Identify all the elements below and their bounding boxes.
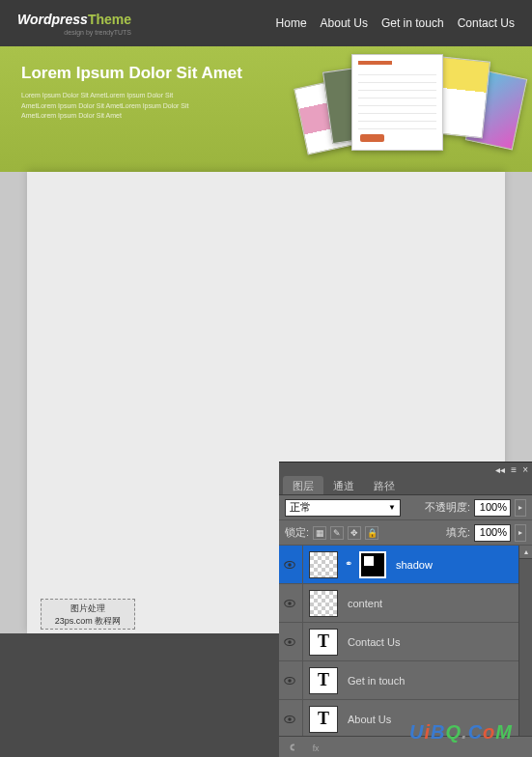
main-nav: Home About Us Get in touch Contact Us xyxy=(276,16,515,30)
layer-row[interactable]: ⚭shadow xyxy=(279,546,532,584)
hero-section: Lorem Ipsum Dolor Sit Amet Lorem Ipsum D… xyxy=(0,46,532,172)
lock-position-icon[interactable]: ✥ xyxy=(348,526,361,540)
fill-flyout-icon[interactable]: ▸ xyxy=(515,524,526,542)
layer-mask-thumbnail[interactable] xyxy=(359,551,386,578)
tab-channels[interactable]: 通道 xyxy=(323,476,364,494)
scroll-up-icon[interactable]: ▴ xyxy=(519,546,532,559)
layer-name[interactable]: content xyxy=(344,598,382,609)
lock-transparency-icon[interactable]: ▦ xyxy=(313,526,326,540)
layers-list: ▴ ⚭shadowcontentTContact UsTGet in touch… xyxy=(279,546,532,737)
blend-mode-select[interactable]: 正常 ▼ xyxy=(285,499,401,517)
lock-buttons: ▦ ✎ ✥ 🔒 xyxy=(313,526,378,540)
text-layer-thumbnail[interactable]: T xyxy=(309,667,338,694)
layer-row[interactable]: content xyxy=(279,584,532,623)
layer-style-icon[interactable]: fx xyxy=(310,741,323,754)
panel-tabs: 图层 通道 路径 xyxy=(279,476,532,495)
site-watermark: UiBQ.CoM xyxy=(409,721,513,743)
layer-thumbnail[interactable] xyxy=(309,590,338,617)
fill-label: 填充: xyxy=(446,525,470,540)
lock-all-icon[interactable]: 🔒 xyxy=(365,526,378,540)
layer-row[interactable]: TGet in touch xyxy=(279,661,532,700)
text-layer-thumbnail[interactable]: T xyxy=(309,629,338,656)
lock-label: 锁定: xyxy=(285,525,309,540)
layer-thumbnail[interactable] xyxy=(309,551,338,578)
photoshop-layers-panel: ◂◂ ≡ × 图层 通道 路径 正常 ▼ 不透明度: 100% ▸ 锁定: ▦ … xyxy=(279,462,532,757)
lock-fill-row: 锁定: ▦ ✎ ✥ 🔒 填充: 100% ▸ xyxy=(279,520,532,546)
stamp-line2: 23ps.com 教程网 xyxy=(44,615,131,628)
showcase-card-main xyxy=(351,54,443,151)
text-layer-thumbnail[interactable]: T xyxy=(309,706,338,733)
link-icon[interactable]: ⚭ xyxy=(344,558,353,572)
tab-paths[interactable]: 路径 xyxy=(364,476,405,494)
opacity-label: 不透明度: xyxy=(425,500,470,515)
visibility-toggle-icon[interactable] xyxy=(283,558,296,572)
tab-layers[interactable]: 图层 xyxy=(283,476,323,494)
panel-close-icon[interactable]: × xyxy=(522,464,528,475)
svg-text:fx: fx xyxy=(313,743,320,752)
opacity-flyout-icon[interactable]: ▸ xyxy=(515,499,526,517)
logo: WordpressTheme design by trendyTUTS xyxy=(17,11,131,36)
visibility-toggle-icon[interactable] xyxy=(283,597,296,610)
site-header: WordpressTheme design by trendyTUTS Home… xyxy=(0,0,532,46)
fill-input[interactable]: 100% xyxy=(474,524,511,542)
panel-menu-icon[interactable]: ≡ xyxy=(511,464,517,475)
link-layers-icon[interactable] xyxy=(287,741,300,754)
layer-row[interactable]: TContact Us xyxy=(279,623,532,661)
dropdown-icon: ▼ xyxy=(388,503,396,512)
logo-tagline: design by trendyTUTS xyxy=(17,29,131,36)
hero-showcase xyxy=(298,54,520,160)
blend-mode-value: 正常 xyxy=(290,500,311,515)
panel-collapse-icon[interactable]: ◂◂ xyxy=(495,464,505,475)
svg-point-5 xyxy=(288,640,292,644)
blend-opacity-row: 正常 ▼ 不透明度: 100% ▸ xyxy=(279,495,532,520)
nav-contact-touch[interactable]: Get in touch xyxy=(381,16,444,30)
svg-point-7 xyxy=(288,679,292,683)
layer-name[interactable]: shadow xyxy=(392,559,433,571)
layers-scrollbar[interactable]: ▴ xyxy=(518,546,532,737)
nav-about[interactable]: About Us xyxy=(321,16,368,30)
svg-point-9 xyxy=(288,717,292,721)
layer-name[interactable]: Contact Us xyxy=(344,636,400,648)
stamp-line1: 图片处理 xyxy=(44,603,131,615)
visibility-toggle-icon[interactable] xyxy=(283,635,296,649)
layer-name[interactable]: About Us xyxy=(344,714,391,725)
layer-name[interactable]: Get in touch xyxy=(344,675,405,687)
nav-home[interactable]: Home xyxy=(276,16,307,30)
visibility-toggle-icon[interactable] xyxy=(283,713,296,726)
opacity-input[interactable]: 100% xyxy=(474,499,511,517)
svg-point-3 xyxy=(288,602,292,605)
svg-point-1 xyxy=(288,563,292,567)
lock-pixels-icon[interactable]: ✎ xyxy=(330,526,344,540)
visibility-toggle-icon[interactable] xyxy=(283,674,296,687)
watermark-stamp: 图片处理 23ps.com 教程网 xyxy=(41,599,135,630)
panel-controls: ◂◂ ≡ × xyxy=(279,463,532,476)
nav-contact[interactable]: Contact Us xyxy=(458,16,515,30)
